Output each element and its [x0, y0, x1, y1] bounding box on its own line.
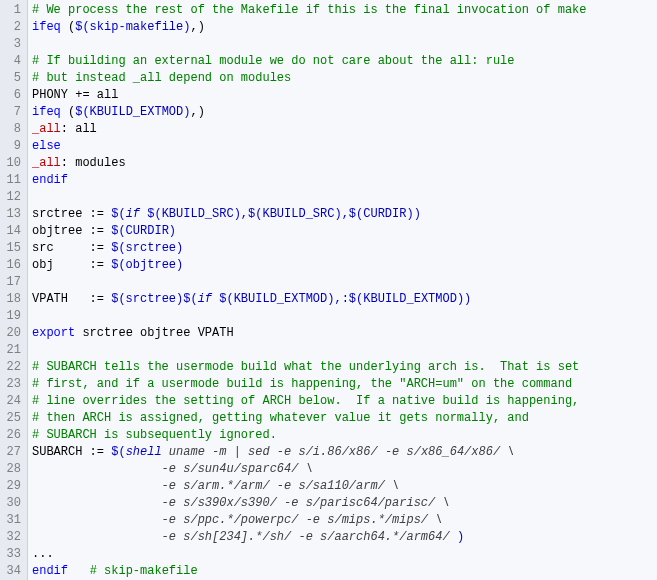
code-line[interactable]: # SUBARCH is subsequently ignored.: [32, 427, 657, 444]
line-number: 13: [4, 206, 21, 223]
string-token: -e s/s390x/s390/ -e s/parisc64/parisc/ \: [32, 496, 450, 510]
line-number: 4: [4, 53, 21, 70]
code-line[interactable]: endif: [32, 172, 657, 189]
string-token: -e s/sun4u/sparc64/ \: [32, 462, 313, 476]
text-token: src :=: [32, 241, 111, 255]
comment-token: # line overrides the setting of ARCH bel…: [32, 394, 579, 408]
string-token: -e s/arm.*/arm/ -e s/sa110/arm/ \: [32, 479, 399, 493]
code-line[interactable]: # then ARCH is assigned, getting whateve…: [32, 410, 657, 427]
line-number: 3: [4, 36, 21, 53]
code-line[interactable]: src := $(srctree): [32, 240, 657, 257]
line-number-gutter: 1234567891011121314151617181920212223242…: [0, 0, 28, 580]
text-token: VPATH :=: [32, 292, 111, 306]
code-line[interactable]: else: [32, 138, 657, 155]
func-token: if: [198, 292, 212, 306]
keyword-token: ifeq: [32, 105, 61, 119]
line-number: 14: [4, 223, 21, 240]
comment-token: # but instead _all depend on modules: [32, 71, 291, 85]
line-number: 29: [4, 478, 21, 495]
code-line[interactable]: ifeq ($(KBUILD_EXTMOD),): [32, 104, 657, 121]
line-number: 17: [4, 274, 21, 291]
keyword-token: endif: [32, 173, 68, 187]
code-line[interactable]: export srctree objtree VPATH: [32, 325, 657, 342]
code-line[interactable]: srctree := $(if $(KBUILD_SRC),$(KBUILD_S…: [32, 206, 657, 223]
code-line[interactable]: -e s/sh[234].*/sh/ -e s/aarch64.*/arm64/…: [32, 529, 657, 546]
variable-token: $(KBUILD_EXTMOD),:$(KBUILD_EXTMOD)): [212, 292, 471, 306]
code-line[interactable]: [32, 308, 657, 325]
string-token: uname -m | sed -e s/i.86/x86/ -e s/x86_6…: [162, 445, 515, 459]
func-token: shell: [126, 445, 162, 459]
line-number: 27: [4, 444, 21, 461]
keyword-token: endif: [32, 564, 68, 578]
variable-token: $(srctree)$(: [111, 292, 197, 306]
target-token: _all: [32, 156, 61, 170]
comment-token: # skip-makefile: [90, 564, 198, 578]
code-line[interactable]: [32, 36, 657, 53]
code-line[interactable]: [32, 342, 657, 359]
line-number: 23: [4, 376, 21, 393]
code-line[interactable]: _all: modules: [32, 155, 657, 172]
line-number: 19: [4, 308, 21, 325]
line-number: 33: [4, 546, 21, 563]
line-number: 34: [4, 563, 21, 580]
code-area[interactable]: # We process the rest of the Makefile if…: [28, 0, 657, 580]
comment-token: # If building an external module we do n…: [32, 54, 514, 68]
code-line[interactable]: objtree := $(CURDIR): [32, 223, 657, 240]
variable-token: ): [457, 530, 464, 544]
code-line[interactable]: # line overrides the setting of ARCH bel…: [32, 393, 657, 410]
text-token: srctree objtree VPATH: [75, 326, 233, 340]
keyword-token: ifeq: [32, 20, 61, 34]
code-editor[interactable]: 1234567891011121314151617181920212223242…: [0, 0, 657, 580]
code-line[interactable]: # SUBARCH tells the usermode build what …: [32, 359, 657, 376]
text-token: ...: [32, 547, 54, 561]
code-line[interactable]: _all: all: [32, 121, 657, 138]
code-line[interactable]: # first, and if a usermode build is happ…: [32, 376, 657, 393]
line-number: 20: [4, 325, 21, 342]
string-token: -e s/ppc.*/powerpc/ -e s/mips.*/mips/ \: [32, 513, 442, 527]
func-token: if: [126, 207, 140, 221]
line-number: 31: [4, 512, 21, 529]
variable-token: $(objtree): [111, 258, 183, 272]
keyword-token: else: [32, 139, 61, 153]
variable-token: $(CURDIR): [111, 224, 176, 238]
code-line[interactable]: # but instead _all depend on modules: [32, 70, 657, 87]
text-token: (: [61, 20, 75, 34]
variable-token: $(KBUILD_SRC),$(KBUILD_SRC),$(CURDIR)): [140, 207, 421, 221]
code-line[interactable]: PHONY += all: [32, 87, 657, 104]
text-token: (: [61, 105, 75, 119]
comment-token: # first, and if a usermode build is happ…: [32, 377, 572, 391]
line-number: 6: [4, 87, 21, 104]
string-token: -e s/sh[234].*/sh/ -e s/aarch64.*/arm64/: [32, 530, 457, 544]
variable-token: $(skip-makefile): [75, 20, 190, 34]
code-line[interactable]: -e s/ppc.*/powerpc/ -e s/mips.*/mips/ \: [32, 512, 657, 529]
code-line[interactable]: -e s/arm.*/arm/ -e s/sa110/arm/ \: [32, 478, 657, 495]
line-number: 5: [4, 70, 21, 87]
text-token: : all: [61, 122, 97, 136]
code-line[interactable]: endif # skip-makefile: [32, 563, 657, 580]
line-number: 8: [4, 121, 21, 138]
code-line[interactable]: ifeq ($(skip-makefile),): [32, 19, 657, 36]
code-line[interactable]: obj := $(objtree): [32, 257, 657, 274]
code-line[interactable]: [32, 189, 657, 206]
variable-token: $(KBUILD_EXTMOD): [75, 105, 190, 119]
comment-token: # then ARCH is assigned, getting whateve…: [32, 411, 529, 425]
line-number: 30: [4, 495, 21, 512]
target-token: _all: [32, 122, 61, 136]
line-number: 18: [4, 291, 21, 308]
text-token: obj :=: [32, 258, 111, 272]
line-number: 2: [4, 19, 21, 36]
code-line[interactable]: # We process the rest of the Makefile if…: [32, 2, 657, 19]
text-token: [68, 564, 90, 578]
line-number: 32: [4, 529, 21, 546]
code-line[interactable]: [32, 274, 657, 291]
code-line[interactable]: VPATH := $(srctree)$(if $(KBUILD_EXTMOD)…: [32, 291, 657, 308]
code-line[interactable]: ...: [32, 546, 657, 563]
line-number: 28: [4, 461, 21, 478]
comment-token: # SUBARCH is subsequently ignored.: [32, 428, 277, 442]
variable-token: $(srctree): [111, 241, 183, 255]
code-line[interactable]: SUBARCH := $(shell uname -m | sed -e s/i…: [32, 444, 657, 461]
code-line[interactable]: -e s/sun4u/sparc64/ \: [32, 461, 657, 478]
code-line[interactable]: -e s/s390x/s390/ -e s/parisc64/parisc/ \: [32, 495, 657, 512]
comment-token: # We process the rest of the Makefile if…: [32, 3, 587, 17]
code-line[interactable]: # If building an external module we do n…: [32, 53, 657, 70]
